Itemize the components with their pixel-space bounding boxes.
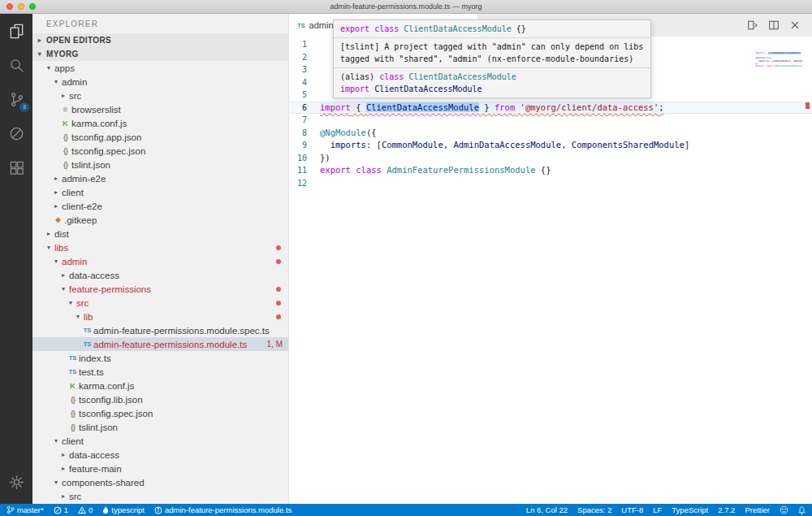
explorer-title: EXPLORER [32,14,288,33]
status-language-mode[interactable]: TypeScript [672,505,708,514]
tree-item-.gitkeep[interactable]: ◆.gitkeep [32,213,288,227]
status-prettier[interactable]: Prettier [745,505,770,514]
code-line-12[interactable]: 12 [289,177,812,190]
status-indentation[interactable]: Spaces: 2 [577,505,611,514]
tree-item-tslint.json[interactable]: {}tslint.json [32,420,288,434]
line-text: @NgModule({ [320,127,377,140]
tree-item-label: karma.conf.js [71,119,127,128]
status-encoding[interactable]: UTF-8 [621,505,643,514]
tree-item-client[interactable]: ▾client [32,434,288,448]
search-icon[interactable] [0,48,32,82]
status-label: admin-feature-permissions.module.ts [165,505,292,514]
flame-icon [102,506,109,514]
explorer-icon[interactable] [0,14,32,48]
code-line-7[interactable]: 7 [289,114,812,127]
tree-item-label: src [76,298,89,308]
karma-file-icon: K [59,119,71,128]
status-eol[interactable]: LF [653,505,662,514]
code-line-11[interactable]: 11export class AdminFeaturePermissionsMo… [289,164,812,177]
tree-item-index.ts[interactable]: TSindex.ts [32,351,288,365]
tree-item-src[interactable]: ▸src [32,89,288,102]
status-cursor-position[interactable]: Ln 6, Col 22 [526,505,568,514]
tree-item-browserslist[interactable]: ≡browserslist [32,102,288,116]
tree-item-lib[interactable]: ▾lib [32,310,288,323]
tree-item-data-access[interactable]: ▸data-access [32,268,288,282]
zoom-window-button[interactable] [29,3,36,10]
tree-item-admin[interactable]: ▾admin [32,75,288,89]
tree-item-label: .gitkeep [64,215,97,225]
line-number: 1 [289,38,320,51]
code-editor[interactable]: 123456import { ClientDataAccessModule } … [289,37,812,504]
tree-item-admin[interactable]: ▾admin [32,254,288,268]
status-feedback[interactable] [780,505,788,514]
chevron-right-icon: ▸ [52,202,60,210]
code-line-6[interactable]: 6import { ClientDataAccessModule } from … [289,102,812,115]
minimize-window-button[interactable] [18,3,24,10]
tree-item-label: client [62,436,84,446]
open-changes-icon[interactable] [747,20,758,31]
tree-item-components-shared[interactable]: ▾components-shared [32,475,288,489]
status-typescript-version[interactable]: 2.7.2 [718,505,735,514]
status-warnings[interactable]: 0 [78,505,93,514]
line-number: 12 [289,177,320,190]
editor-actions [747,14,812,37]
line-number: 9 [289,139,320,152]
tree-item-feature-main[interactable]: ▸feature-main [32,462,288,475]
chevron-down-icon: ▾ [52,479,60,486]
tree-item-libs[interactable]: ▾libs [32,241,288,254]
tree-item-test.ts[interactable]: TStest.ts [32,365,288,379]
hover-popup: export class ClientDataAccessModule {}[t… [333,20,651,98]
tree-item-tsconfig.spec.json[interactable]: {}tsconfig.spec.json [32,144,288,158]
source-control-icon[interactable]: 3 [0,82,32,116]
minimap[interactable]: import { ClientDataAccessModule } from '… [755,39,802,70]
typescript-file-icon: TS [297,22,305,29]
tree-item-tsconfig.app.json[interactable]: {}tsconfig.app.json [32,130,288,144]
tree-item-client-e2e[interactable]: ▸client-e2e [32,199,288,213]
hover-line: (alias) class ClientDataAccessModule [340,71,644,83]
minimap-line: import { ClientDataAccessModule } from '… [755,52,802,54]
extensions-icon[interactable] [0,150,32,184]
tree-item-client[interactable]: ▸client [32,185,288,199]
tree-item-admin-feature-permissions.module.spec.ts[interactable]: TSadmin-feature-permissions.module.spec.… [32,323,288,337]
code-line-10[interactable]: 10}) [289,152,812,165]
hover-line: tagged with "shared", "admin" (nx-enforc… [340,53,644,65]
tree-item-src[interactable]: ▸src [32,489,288,503]
chevron-down-icon: ▾ [74,313,82,320]
tree-item-tslint.json[interactable]: {}tslint.json [32,158,288,171]
status-tslint-status[interactable]: typescript [102,505,145,514]
section-open-editors[interactable]: ▸ OPEN EDITORS [32,33,288,47]
modified-dot-indicator [276,301,282,306]
debug-icon[interactable] [0,116,32,150]
tree-item-admin-e2e[interactable]: ▸admin-e2e [32,171,288,185]
json-file-icon: {} [59,133,71,141]
close-window-button[interactable] [6,3,13,10]
code-line-8[interactable]: 8@NgModule({ [289,127,812,140]
status-active-file-info[interactable]: admin-feature-permissions.module.ts [154,505,292,514]
tree-item-karma.conf.js[interactable]: Kkarma.conf.js [32,116,288,130]
tree-item-dist[interactable]: ▸dist [32,227,288,241]
tree-item-tsconfig.lib.json[interactable]: {}tsconfig.lib.json [32,392,288,406]
tree-item-src[interactable]: ▾src [32,296,288,310]
chevron-right-icon: ▸ [59,492,67,500]
status-errors[interactable]: 1 [54,505,68,514]
overview-ruler-error-mark[interactable] [806,102,810,109]
modified-dot-indicator [276,259,282,265]
tree-item-apps[interactable]: ▾apps [32,61,288,75]
tree-item-data-access[interactable]: ▸data-access [32,448,288,462]
tree-item-feature-permissions[interactable]: ▾feature-permissions [32,282,288,296]
tree-item-tsconfig.spec.json[interactable]: {}tsconfig.spec.json [32,406,288,420]
tree-item-karma.conf.js[interactable]: Kkarma.conf.js [32,379,288,392]
minimap-line [755,67,802,70]
close-icon[interactable] [789,20,801,31]
section-workspace-myorg[interactable]: ▾ MYORG [32,47,288,61]
code-line-9[interactable]: 9 imports: [CommonModule, AdminDataAcces… [289,139,812,152]
status-notifications[interactable] [798,506,806,514]
tree-item-admin-feature-permissions.module.ts[interactable]: TSadmin-feature-permissions.module.ts1, … [32,337,288,351]
ts-file-icon: TS [81,340,93,348]
split-editor-icon[interactable] [768,20,780,31]
status-label: 1 [64,505,68,514]
chevron-down-icon: ▾ [36,50,44,58]
settings-gear-icon[interactable] [0,465,32,499]
status-git-branch[interactable]: master* [6,505,44,514]
window-title: admin-feature-permissions.module.ts — my… [0,2,812,11]
